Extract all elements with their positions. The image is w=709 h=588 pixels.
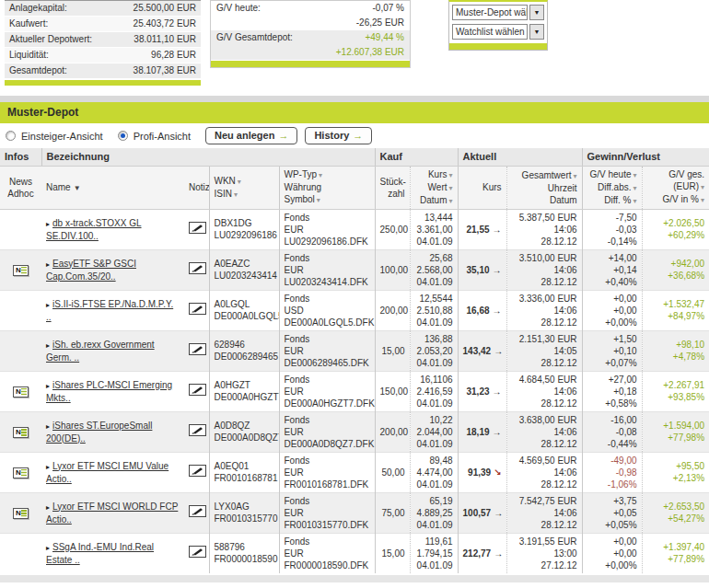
note-edit-icon[interactable] bbox=[189, 343, 206, 355]
trend-down-icon: ↘ bbox=[494, 467, 501, 478]
wp-typ-value: Fonds bbox=[285, 414, 370, 426]
kauf-kurs: 89,48 bbox=[415, 455, 453, 467]
sort-icon[interactable]: ▾ bbox=[238, 178, 241, 186]
wkn-isin-cell: A0EQ01 FR0010168781 bbox=[209, 452, 279, 492]
radio-profi-label[interactable]: Profi-Ansicht bbox=[134, 131, 191, 142]
instrument-link[interactable]: iShares ST.EuropeSmall 200(DE).. bbox=[46, 421, 152, 444]
instrument-link[interactable]: iS.II-iS.FTSE EP./Na.D.M.P.Y. .. bbox=[46, 299, 173, 322]
sort-desc-icon[interactable]: ▼ bbox=[74, 184, 81, 192]
sort-icon[interactable]: ▾ bbox=[701, 196, 704, 204]
note-edit-icon[interactable] bbox=[189, 465, 206, 477]
history-button[interactable]: History→ bbox=[305, 127, 372, 144]
depot-select-value[interactable]: Muster-Depot wählen bbox=[452, 5, 528, 20]
radio-profi-ansicht[interactable] bbox=[118, 131, 128, 141]
col-gv-ges[interactable]: G/V ges. (EUR)▾ G/V in %▾ bbox=[642, 166, 709, 209]
col-wkn-isin[interactable]: WKN▾ ISIN▾ bbox=[209, 166, 279, 209]
expand-arrow-icon: ▸ bbox=[46, 544, 50, 552]
name-cell: ▸SSgA Ind.-EMU Ind.Real Estate .. bbox=[41, 533, 184, 573]
note-edit-icon[interactable] bbox=[189, 384, 206, 396]
news-icon[interactable]: N bbox=[13, 508, 29, 519]
wp-typ-value: Fonds bbox=[285, 252, 370, 264]
instrument-link[interactable]: iSh. eb.rexx Government Germ. .. bbox=[46, 340, 155, 363]
gv-ges-cell: +1.594,00 +77,98% bbox=[642, 411, 709, 452]
note-edit-icon[interactable] bbox=[189, 222, 206, 234]
instrument-link[interactable]: Lyxor ETF MSCI EMU Value Actio.. bbox=[46, 461, 169, 484]
table-row: N ▸SSgA Ind.-EMU Ind.Real Estate .. 5887… bbox=[0, 533, 709, 573]
col-name[interactable]: Name▼ bbox=[41, 166, 184, 209]
col-stueckzahl: Stück-zahl bbox=[375, 166, 410, 209]
trend-right-icon: → bbox=[494, 346, 503, 356]
sort-icon[interactable]: ▾ bbox=[701, 183, 704, 191]
wp-typ-value: Fonds bbox=[285, 495, 370, 507]
table-row: N ▸Lyxor ETF MSCI EMU Value Actio.. A0EQ… bbox=[0, 452, 709, 492]
isin-value: DE000A0HGZT7 bbox=[215, 391, 274, 403]
news-icon[interactable]: N bbox=[13, 467, 29, 478]
neu-anlegen-button[interactable]: Neu anlegen→ bbox=[205, 127, 297, 144]
gv-ges-pct: +54,27% bbox=[647, 513, 705, 525]
chevron-down-icon[interactable]: ▼ bbox=[529, 5, 544, 20]
kurs-value: 16,68 bbox=[467, 306, 490, 316]
col-gesamtwert[interactable]: Gesamtwert▾ Uhrzeit Datum bbox=[506, 166, 582, 209]
summary-row: Gesamtdepot:38.107,38 EUR bbox=[5, 63, 201, 78]
gv-ges-eur: +1.397,40 bbox=[647, 541, 705, 553]
sort-icon[interactable]: ▾ bbox=[319, 171, 322, 179]
gv-ges-cell: +2.026,50 +60,29% bbox=[642, 209, 709, 249]
summary-row: Anlagekapital:25.500,00 EUR bbox=[5, 1, 201, 16]
gv-ges-pct: +2,13% bbox=[647, 472, 705, 484]
note-edit-icon[interactable] bbox=[189, 424, 206, 436]
gv-ges-pct: +60,29% bbox=[647, 229, 705, 241]
news-icon[interactable]: N bbox=[13, 265, 29, 276]
kauf-kurs: 25,68 bbox=[415, 252, 453, 264]
table-row: N ▸iS.II-iS.FTSE EP./Na.D.M.P.Y. .. A0LG… bbox=[0, 290, 709, 330]
wkn-isin-cell: A0EAZC LU0203243414 bbox=[209, 249, 279, 290]
radio-einsteiger-ansicht[interactable] bbox=[6, 131, 16, 141]
summary-label: Gesamtdepot: bbox=[9, 63, 67, 78]
sort-icon[interactable]: ▾ bbox=[234, 190, 238, 199]
symbol-value: DE000A0HGZT7.DFK bbox=[285, 398, 370, 409]
sort-icon[interactable]: ▾ bbox=[633, 184, 637, 192]
wkn-isin-cell: 588796 FR0000018590 bbox=[209, 533, 279, 573]
sort-icon[interactable]: ▾ bbox=[633, 197, 637, 205]
instrument-link[interactable]: db x-track.STOXX GL SE.DIV.100.. bbox=[46, 218, 142, 241]
instrument-link[interactable]: EasyETF S&P GSCI Cap.Com.35/20.. bbox=[46, 259, 136, 282]
news-icon[interactable]: N bbox=[13, 427, 29, 438]
instrument-link[interactable]: Lyxor ETF MSCI WORLD FCP Actio.. bbox=[46, 502, 178, 525]
radio-einsteiger-label[interactable]: Einsteiger-Ansicht bbox=[21, 131, 103, 142]
watchlist-select-value[interactable]: Watchlist wählen bbox=[452, 24, 528, 40]
sort-icon[interactable]: ▾ bbox=[449, 197, 453, 205]
watchlist-select[interactable]: Watchlist wählen ▼ bbox=[452, 24, 544, 40]
wp-typ-cell: Fonds EUR LU0292096186.DFK bbox=[279, 209, 375, 249]
chevron-down-icon[interactable]: ▼ bbox=[529, 24, 544, 40]
col-gv-heute[interactable]: G/V heute▾ Diff.abs.▾ Diff. %▾ bbox=[582, 166, 642, 209]
wkn-isin-cell: 628946 DE0006289465 bbox=[209, 330, 279, 371]
note-edit-icon[interactable] bbox=[189, 262, 206, 274]
trend-right-icon: → bbox=[493, 386, 502, 397]
note-edit-icon[interactable] bbox=[189, 303, 206, 315]
instrument-link[interactable]: iShares PLC-MSCI Emerging Mkts.. bbox=[46, 380, 172, 403]
uhrzeit-value: 14:06 bbox=[512, 386, 577, 398]
col-kauf-kurs-wert-datum[interactable]: Kurs▾ Wert▾ Datum▾ bbox=[410, 166, 458, 209]
col-notiz: Notiz bbox=[184, 166, 209, 209]
sort-icon[interactable]: ▾ bbox=[574, 172, 577, 180]
datum-value: 27.12.12 bbox=[512, 559, 577, 571]
depot-select[interactable]: Muster-Depot wählen ▼ bbox=[452, 5, 544, 20]
expand-arrow-icon: ▸ bbox=[46, 503, 50, 512]
datum-value: 28.12.12 bbox=[512, 519, 577, 531]
symbol-value: DE0006289465.DFK bbox=[285, 357, 370, 369]
sort-icon[interactable]: ▾ bbox=[317, 196, 320, 204]
note-edit-icon[interactable] bbox=[189, 546, 206, 558]
gv-heute-diff: -0,98 bbox=[587, 467, 637, 478]
sort-icon[interactable]: ▾ bbox=[449, 171, 453, 179]
gv-heute-cell: +0,00 +0,00 +0,00% bbox=[582, 290, 642, 330]
gv-heute-diff: +0,14 bbox=[587, 264, 637, 276]
note-edit-icon[interactable] bbox=[189, 505, 206, 517]
isin-value: DE000A0D8QZ7 bbox=[215, 432, 274, 444]
datum-value: 28.12.12 bbox=[512, 478, 577, 490]
instrument-link[interactable]: SSgA Ind.-EMU Ind.Real Estate .. bbox=[46, 542, 154, 565]
sort-icon[interactable]: ▾ bbox=[633, 171, 637, 179]
trend-right-icon: → bbox=[493, 427, 502, 437]
gesamtwert-value: 3.336,00 EUR bbox=[512, 293, 577, 305]
col-wp-typ[interactable]: WP-Typ▾ Währung Symbol▾ bbox=[279, 166, 375, 209]
news-icon[interactable]: N bbox=[13, 386, 29, 398]
sort-icon[interactable]: ▾ bbox=[449, 184, 453, 192]
